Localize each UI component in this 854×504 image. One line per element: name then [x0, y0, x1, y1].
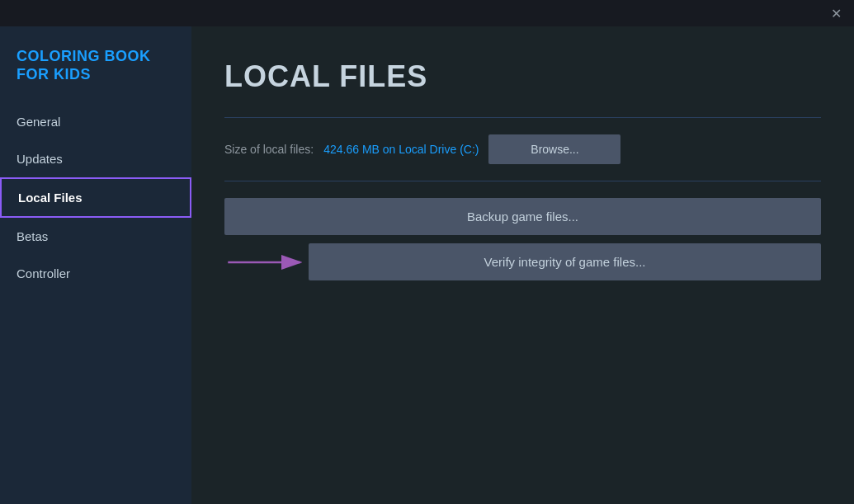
main-content: COLORING BOOK FOR KIDS General Updates L… — [0, 26, 854, 504]
sidebar-item-betas[interactable]: Betas — [0, 218, 191, 255]
close-button[interactable]: ✕ — [824, 2, 847, 25]
app-window: ✕ COLORING BOOK FOR KIDS General Updates… — [0, 0, 854, 504]
file-size-row: Size of local files: 424.66 MB on Local … — [224, 134, 821, 164]
page-title: LOCAL FILES — [224, 59, 821, 94]
sidebar-item-controller[interactable]: Controller — [0, 255, 191, 292]
sidebar-item-general[interactable]: General — [0, 103, 191, 140]
divider-top — [224, 117, 821, 118]
sidebar-item-updates[interactable]: Updates — [0, 140, 191, 177]
app-title: COLORING BOOK FOR KIDS — [0, 35, 191, 103]
file-size-label: Size of local files: — [224, 143, 314, 156]
sidebar-item-local-files[interactable]: Local Files — [0, 177, 191, 218]
browse-button[interactable]: Browse... — [488, 134, 620, 164]
title-bar: ✕ — [0, 0, 854, 26]
sidebar: COLORING BOOK FOR KIDS General Updates L… — [0, 26, 191, 504]
content-area: LOCAL FILES Size of local files: 424.66 … — [191, 26, 854, 504]
divider-middle — [224, 181, 821, 181]
file-size-value: 424.66 MB on Local Drive (C:) — [323, 143, 479, 156]
verify-row: Verify integrity of game files... — [224, 243, 821, 280]
verify-button[interactable]: Verify integrity of game files... — [309, 243, 821, 280]
backup-button[interactable]: Backup game files... — [224, 198, 821, 235]
arrow-annotation — [224, 250, 309, 275]
